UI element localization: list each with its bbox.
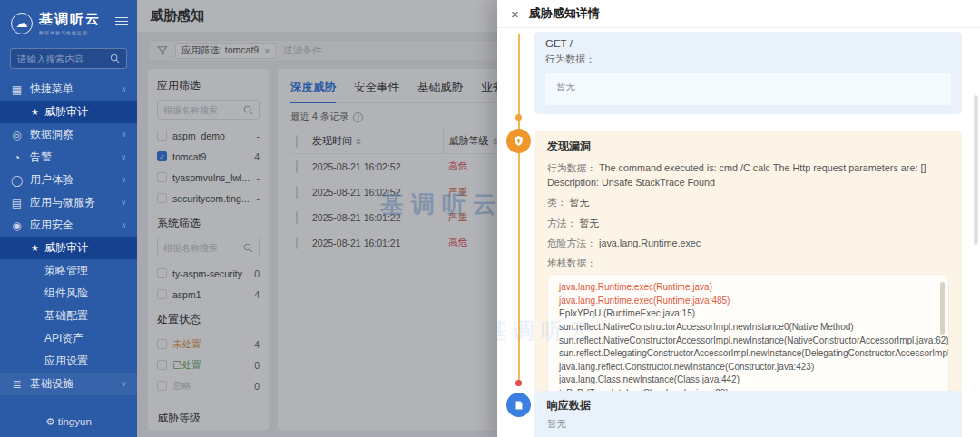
request-card: GET / 行为数据： 暂无 xyxy=(534,32,962,114)
stack-line: java.lang.reflect.Constructor.newInstanc… xyxy=(559,361,936,374)
sidebar-item-data-insight[interactable]: ◎ 数据洞察 ∨ xyxy=(0,123,137,146)
person-icon: ◯ xyxy=(11,174,23,187)
vuln-behavior: 行为数据： The command executed is: cmd /C ca… xyxy=(547,160,949,189)
chevron-down-icon: ∨ xyxy=(121,380,126,388)
chevron-up-icon: ∧ xyxy=(121,221,126,229)
menu-label: 告警 xyxy=(30,150,52,165)
bell-icon: ◔ xyxy=(11,151,23,164)
vulnerability-shield-icon xyxy=(506,129,531,153)
footer-brand: tingyun xyxy=(58,416,92,427)
response-value: 暂无 xyxy=(547,418,949,431)
stack-line: java.lang.Runtime.exec(Runtime.java) xyxy=(559,281,936,295)
drawer-scrollbar[interactable] xyxy=(974,95,978,245)
stack-line: java.lang.Class.newInstance(Class.java:4… xyxy=(559,374,936,387)
menu-label: 基础设施 xyxy=(30,376,74,392)
sidebar-item-alarm[interactable]: ◔ 告警 ∨ xyxy=(0,146,137,169)
sidebar: ☁ 基调听云 数字体验与性能监控 ▦ 快捷菜单 ∧ ★ 威胁审计 ◎ 数据洞 xyxy=(0,0,137,437)
sidebar-search-input[interactable] xyxy=(17,53,105,64)
timeline-line xyxy=(518,34,520,380)
stack-line: EpIxYPqU.(RuntimeExec.java:15) xyxy=(559,307,936,321)
layers-icon: ≣ xyxy=(11,378,23,391)
drawer-body: GET / 行为数据： 暂无 发现漏洞 行为数据： The command ex… xyxy=(497,28,980,437)
timeline-dot-red xyxy=(515,380,522,386)
stack-label: 堆栈数据： xyxy=(547,256,949,270)
vuln-method: 方法： 暂无 xyxy=(547,216,949,230)
menu-label: 应用安全 xyxy=(30,218,74,233)
quick-menu-icon: ▦ xyxy=(11,83,23,96)
chevron-up-icon: ∧ xyxy=(121,85,126,93)
star-icon: ★ xyxy=(31,107,39,117)
star-icon: ★ xyxy=(31,243,39,253)
menu-label: 用户体验 xyxy=(30,172,74,188)
menu-label: 基础配置 xyxy=(44,308,88,324)
sidebar-item-threat-audit[interactable]: ★ 威胁审计 xyxy=(0,101,137,123)
menu-label: 威胁审计 xyxy=(44,104,88,120)
sidebar-item-app-settings[interactable]: ★ 应用设置 xyxy=(0,350,137,373)
menu-label: 威胁审计 xyxy=(44,240,88,256)
sidebar-item-base-config[interactable]: ★ 基础配置 xyxy=(0,305,137,327)
collapse-menu-icon[interactable] xyxy=(115,15,128,28)
vuln-title: 发现漏洞 xyxy=(547,139,949,154)
logo: ☁ 基调听云 数字体验与性能监控 xyxy=(0,0,137,41)
sidebar-search[interactable] xyxy=(10,48,127,69)
sidebar-item-microservices[interactable]: ▤ 应用与微服务 ∨ xyxy=(0,191,137,214)
sidebar-menu: ▦ 快捷菜单 ∧ ★ 威胁审计 ◎ 数据洞察 ∨ ◔ 告警 ∨ ◯ 用户体验 ∨ xyxy=(0,78,137,395)
app-window: ☁ 基调听云 数字体验与性能监控 ▦ 快捷菜单 ∧ ★ 威胁审计 ◎ 数据洞 xyxy=(0,0,980,437)
logo-title: 基调听云 xyxy=(39,11,101,28)
chevron-down-icon: ∨ xyxy=(121,153,126,161)
chevron-down-icon: ∨ xyxy=(121,131,126,139)
sidebar-item-policy-mgmt[interactable]: ★ 策略管理 xyxy=(0,259,137,282)
menu-label: 应用设置 xyxy=(44,354,88,369)
sidebar-item-user-experience[interactable]: ◯ 用户体验 ∨ xyxy=(0,169,137,191)
sidebar-item-component-risk[interactable]: ★ 组件风险 xyxy=(0,282,137,305)
timeline-dot-orange xyxy=(515,114,522,121)
request-line: GET / xyxy=(545,38,951,49)
vulnerability-card: 发现漏洞 行为数据： The command executed is: cmd … xyxy=(534,131,962,417)
chevron-down-icon: ∨ xyxy=(121,176,126,184)
sidebar-item-quick-menu[interactable]: ▦ 快捷菜单 ∧ xyxy=(0,78,137,101)
sidebar-footer: ⚙ tingyun xyxy=(0,415,137,428)
menu-label: 数据洞察 xyxy=(30,127,74,142)
response-document-icon xyxy=(506,393,531,417)
sidebar-item-threat-audit-2[interactable]: ★ 威胁审计 xyxy=(0,237,137,259)
drawer-title: 威胁感知详情 xyxy=(529,5,600,22)
behavior-label: 行为数据： xyxy=(545,53,951,66)
gear-icon: ⚙ xyxy=(45,416,54,427)
threat-detail-drawer: × 威胁感知详情 GET / 行为数据： 暂无 发现漏洞 行为数据： The c… xyxy=(497,0,980,437)
stack-line: sun.reflect.NativeConstructorAccessorImp… xyxy=(559,321,936,335)
chevron-down-icon: ∨ xyxy=(121,199,126,207)
grid-icon: ▤ xyxy=(11,197,23,209)
sidebar-item-app-security[interactable]: ◉ 应用安全 ∧ xyxy=(0,214,137,237)
sidebar-item-infrastructure[interactable]: ≣ 基础设施 ∨ xyxy=(0,373,137,395)
sidebar-item-api-assets[interactable]: ★ API资产 xyxy=(0,327,137,350)
stack-line: java.lang.Runtime.exec(Runtime.java:485) xyxy=(559,295,936,308)
cloud-logo-icon: ☁ xyxy=(11,13,33,34)
menu-label: 应用与微服务 xyxy=(30,195,95,210)
menu-label: 组件风险 xyxy=(44,286,88,301)
vuln-danger-method: 危险方法： java.lang.Runtime.exec xyxy=(547,236,949,250)
close-icon[interactable]: × xyxy=(511,7,519,21)
stack-scrollbar[interactable] xyxy=(940,282,945,335)
shield-icon: ◉ xyxy=(11,219,23,232)
behavior-empty: 暂无 xyxy=(545,73,951,105)
stack-line: sun.reflect.NativeConstructorAccessorImp… xyxy=(559,335,936,348)
drawer-header: × 威胁感知详情 xyxy=(497,0,980,28)
stack-trace-box[interactable]: java.lang.Runtime.exec(Runtime.java) jav… xyxy=(547,274,949,406)
menu-label: 快捷菜单 xyxy=(30,82,74,97)
logo-tagline: 数字体验与性能监控 xyxy=(39,30,101,35)
search-icon xyxy=(110,53,120,63)
vuln-class: 类： 暂无 xyxy=(547,195,949,209)
response-title: 响应数据 xyxy=(547,398,949,413)
stack-line: sun.reflect.DelegatingConstructorAccesso… xyxy=(559,347,936,361)
response-card: 响应数据 暂无 xyxy=(534,391,962,437)
menu-label: API资产 xyxy=(44,331,83,346)
menu-label: 策略管理 xyxy=(44,263,88,278)
insight-icon: ◎ xyxy=(11,129,23,141)
